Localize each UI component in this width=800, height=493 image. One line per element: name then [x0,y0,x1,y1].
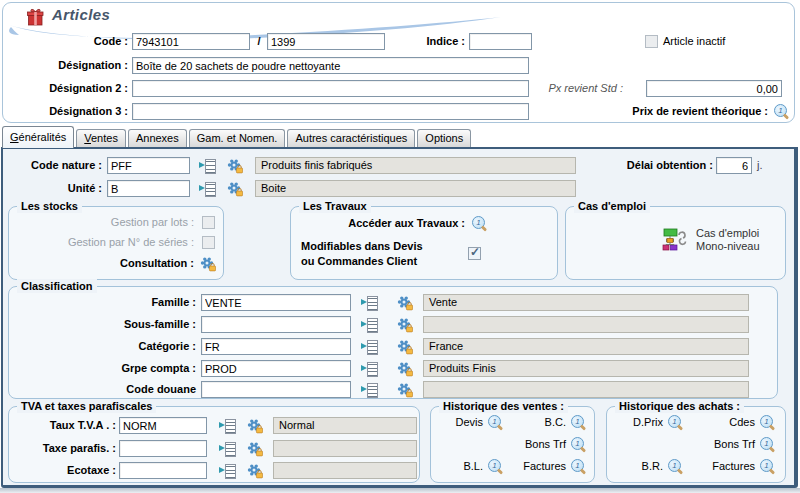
hist-achats-cdes-label: Cdes [729,415,755,430]
code-douane-input[interactable] [201,381,351,398]
tab-gam-et-nomen[interactable]: Gam. et Nomen. [189,129,286,147]
designation-input[interactable] [132,57,529,74]
delai-obtention-input[interactable] [716,157,752,174]
tab-bar: Généralités Ventes Annexes Gam. et Nomen… [2,126,471,148]
tab-annexes[interactable]: Annexes [128,129,187,147]
unite-input[interactable] [107,180,190,197]
hist-achats-cdes[interactable]: Cdes [729,415,775,430]
gestion-par-series-label: Gestion par N° de séries : [13,234,194,251]
taxe-parafiscale-gear-icon[interactable] [247,441,263,457]
famille-list-picker-icon[interactable] [361,296,378,309]
hist-achats-factures[interactable]: Factures [712,459,775,474]
prix-revient-theorique-label: Prix de revient théorique : [563,103,768,120]
delai-obtention-unit: j. [757,157,763,174]
taxe-parafiscale-list-picker-icon[interactable] [219,442,236,455]
ecotaxe-input[interactable] [119,462,207,479]
hist-achats-bons-trf[interactable]: Bons Trf [714,437,775,452]
hist-ventes-bons-trf[interactable]: Bons Trf [525,437,586,452]
categorie-input[interactable] [201,338,351,355]
acceder-travaux-lookup-icon[interactable] [472,216,487,231]
designation2-input[interactable] [132,80,529,97]
hist-ventes-factures-lookup-icon[interactable] [571,459,586,474]
hist-ventes-factures-label: Factures [523,459,566,474]
modifiables-devis-label-line2: ou Commandes Client [301,253,417,270]
sous-famille-input[interactable] [201,316,351,333]
hist-ventes-devis[interactable]: Devis [439,415,503,430]
sous-famille-list-picker-icon[interactable] [361,318,378,331]
famille-gear-icon[interactable] [397,295,413,311]
hist-ventes-bc[interactable]: B.C. [545,415,586,430]
tab-autres-caracteristiques[interactable]: Autres caractéristiques [287,129,415,147]
code-douane-list-picker-icon[interactable] [361,383,378,396]
sous-famille-gear-icon[interactable] [397,317,413,333]
code-douane-description [423,381,749,398]
grpe-compta-input[interactable] [201,360,351,377]
grpe-compta-label: Grpe compta : [13,360,196,377]
unite-gear-icon[interactable] [227,181,243,197]
taux-tva-gear-icon[interactable] [247,418,263,434]
ecotaxe-label: Ecotaxe : [11,462,116,479]
group-cas-emploi: Cas d'emploi Cas d'emploi Mono-niveau [565,206,786,280]
grpe-compta-gear-icon[interactable] [397,361,413,377]
prix-revient-theorique-lookup-icon[interactable] [774,104,789,119]
categorie-gear-icon[interactable] [397,339,413,355]
code-nature-label: Code nature : [3,157,102,174]
hist-achats-br[interactable]: B.R. [615,459,683,474]
categorie-list-picker-icon[interactable] [361,340,378,353]
designation3-label: Désignation 3 : [3,103,128,120]
unite-list-picker-icon[interactable] [199,182,216,195]
taux-tva-input[interactable] [119,417,207,434]
px-revient-std-input[interactable] [646,80,782,97]
hist-ventes-devis-lookup-icon[interactable] [488,415,503,430]
hist-achats-dprix[interactable]: D.Prix [615,415,683,430]
article-inactif-checkbox[interactable] [645,35,658,48]
grpe-compta-list-picker-icon[interactable] [361,362,378,375]
modifiables-devis-checkbox[interactable] [468,247,481,260]
hist-achats-bons-trf-lookup-icon[interactable] [760,437,775,452]
tab-panel-generalites: Code nature : Produits finis fabriqués D… [1,147,798,488]
hist-ventes-factures[interactable]: Factures [523,459,586,474]
gift-icon [25,7,46,27]
hist-achats-cdes-lookup-icon[interactable] [760,415,775,430]
hist-achats-dprix-lookup-icon[interactable] [668,415,683,430]
designation3-input[interactable] [132,103,529,120]
sous-famille-description [423,316,749,333]
hist-ventes-bl-lookup-icon[interactable] [488,459,503,474]
ecotaxe-gear-icon[interactable] [247,463,263,479]
taux-tva-list-picker-icon[interactable] [219,419,236,432]
taxe-parafiscale-input[interactable] [119,440,207,457]
gestion-par-lots-label: Gestion par lots : [13,214,194,231]
famille-description: Vente [423,294,749,311]
consultation-gear-icon[interactable] [200,256,216,272]
hist-achats-br-lookup-icon[interactable] [668,459,683,474]
delai-obtention-label: Délai obtention : [603,157,713,174]
famille-input[interactable] [201,294,351,311]
ecotaxe-list-picker-icon[interactable] [219,464,236,477]
hist-ventes-bons-trf-lookup-icon[interactable] [571,437,586,452]
group-tva-title: TVA et taxes parafiscales [17,399,156,413]
code-nature-input[interactable] [107,157,190,174]
cas-emploi-mono-niveau-button[interactable]: Cas d'emploi Mono-niveau [662,227,760,253]
tab-generalites[interactable]: Généralités [2,126,74,148]
tab-options[interactable]: Options [417,129,471,147]
consultation-label: Consultation : [13,255,194,272]
hist-achats-factures-lookup-icon[interactable] [760,459,775,474]
indice-input[interactable] [469,33,532,50]
code-separator: / [253,33,265,50]
code-nature-list-picker-icon[interactable] [199,159,216,172]
group-historique-ventes-title: Historique des ventes : [439,399,568,413]
page-title: Articles [52,6,110,23]
group-historique-ventes: Historique des ventes : Devis B.C. Bons … [430,406,595,483]
hist-ventes-bl-label: B.L. [463,459,483,474]
code-input[interactable] [132,33,250,50]
designation-label: Désignation : [3,57,128,74]
window-bottom-edge [0,488,800,493]
hist-ventes-bc-lookup-icon[interactable] [571,415,586,430]
hist-ventes-bl[interactable]: B.L. [439,459,503,474]
code-nature-description: Produits finis fabriqués [255,157,576,174]
tab-ventes[interactable]: Ventes [76,129,126,147]
cas-emploi-caption-line1: Cas d'emploi [696,227,760,240]
code-douane-gear-icon[interactable] [397,382,413,398]
header-panel: Articles Code : / Indice : Article inact… [2,2,795,123]
code-nature-gear-icon[interactable] [227,158,243,174]
